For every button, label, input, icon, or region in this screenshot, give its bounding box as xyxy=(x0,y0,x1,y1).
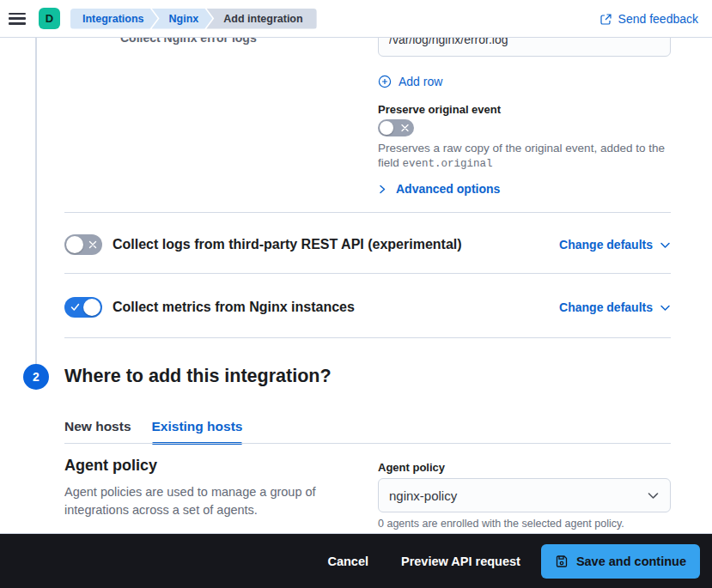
agent-policy-helper-text: 0 agents are enrolled with the selected … xyxy=(378,518,624,530)
change-defaults-label: Change defaults xyxy=(559,238,653,252)
add-row-label: Add row xyxy=(399,75,442,88)
plus-circle-icon xyxy=(378,75,392,88)
divider xyxy=(64,337,671,338)
collect-rest-api-toggle[interactable] xyxy=(64,234,102,255)
collect-metrics-toggle[interactable] xyxy=(64,297,102,318)
breadcrumb: Integrations Nginx Add integration xyxy=(70,9,317,29)
divider xyxy=(64,212,671,213)
menu-hamburger-icon[interactable] xyxy=(9,13,26,25)
bottom-action-bar: Cancel Preview API request Save and cont… xyxy=(0,533,712,588)
add-integration-page: Collect Nginx error logs Add row Preserv… xyxy=(0,0,712,588)
collect-rest-api-row: Collect logs from third-party REST API (… xyxy=(64,234,671,255)
tab-existing-hosts[interactable]: Existing hosts xyxy=(152,419,243,445)
chevron-down-icon xyxy=(660,302,671,313)
change-defaults-button[interactable]: Change defaults xyxy=(559,300,671,314)
agent-policy-section-description: Agent policies are used to manage a grou… xyxy=(64,483,331,519)
save-disk-icon xyxy=(555,555,569,568)
send-feedback-link[interactable]: Send feedback xyxy=(599,0,698,38)
tabs-bottom-border xyxy=(64,443,671,444)
send-feedback-label: Send feedback xyxy=(618,12,698,26)
save-and-continue-label: Save and continue xyxy=(576,555,686,568)
preserve-original-event-label: Preserve original event xyxy=(378,103,501,116)
collect-rest-api-label: Collect logs from third-party REST API (… xyxy=(113,237,462,252)
breadcrumb-nginx[interactable]: Nginx xyxy=(152,9,213,29)
agent-policy-selected-value: nginx-policy xyxy=(389,488,457,503)
step-connector-line xyxy=(35,38,37,364)
add-row-button[interactable]: Add row xyxy=(378,75,442,88)
change-defaults-label: Change defaults xyxy=(559,300,653,314)
chevron-down-icon xyxy=(647,489,660,502)
toggle-thumb xyxy=(66,236,83,253)
event-original-code: event.original xyxy=(403,158,493,170)
divider xyxy=(64,273,671,274)
advanced-options-button[interactable]: Advanced options xyxy=(378,182,500,196)
deployment-logo[interactable]: D xyxy=(39,8,60,29)
preserve-original-event-description: Preserves a raw copy of the original eve… xyxy=(378,141,670,172)
top-header: D Integrations Nginx Add integration Sen… xyxy=(0,0,712,38)
breadcrumb-integrations[interactable]: Integrations xyxy=(70,9,158,29)
step-2-title: Where to add this integration? xyxy=(64,366,332,387)
collect-metrics-label: Collect metrics from Nginx instances xyxy=(113,300,355,315)
agent-policy-field-label: Agent policy xyxy=(378,461,445,474)
preserve-original-event-toggle[interactable] xyxy=(378,119,414,136)
agent-policy-section-title: Agent policy xyxy=(64,457,157,475)
preview-api-request-button[interactable]: Preview API request xyxy=(389,546,532,577)
change-defaults-button[interactable]: Change defaults xyxy=(559,238,671,252)
advanced-options-label: Advanced options xyxy=(396,182,500,196)
step-2-number-badge: 2 xyxy=(23,364,49,390)
chevron-right-icon xyxy=(378,185,387,194)
external-link-icon xyxy=(599,13,612,26)
host-tabs: New hosts Existing hosts xyxy=(64,419,242,445)
tab-new-hosts[interactable]: New hosts xyxy=(64,419,131,445)
toggle-thumb xyxy=(83,299,100,316)
toggle-thumb xyxy=(380,121,393,135)
collect-metrics-row: Collect metrics from Nginx instances Cha… xyxy=(64,297,671,318)
save-and-continue-button[interactable]: Save and continue xyxy=(541,544,700,579)
toggle-x-icon xyxy=(88,240,97,249)
cancel-button[interactable]: Cancel xyxy=(315,546,380,577)
chevron-down-icon xyxy=(660,239,671,251)
agent-policy-select[interactable]: nginx-policy xyxy=(378,478,671,512)
toggle-check-icon xyxy=(70,303,80,312)
toggle-x-icon xyxy=(401,124,409,132)
breadcrumb-add-integration: Add integration xyxy=(206,9,316,29)
